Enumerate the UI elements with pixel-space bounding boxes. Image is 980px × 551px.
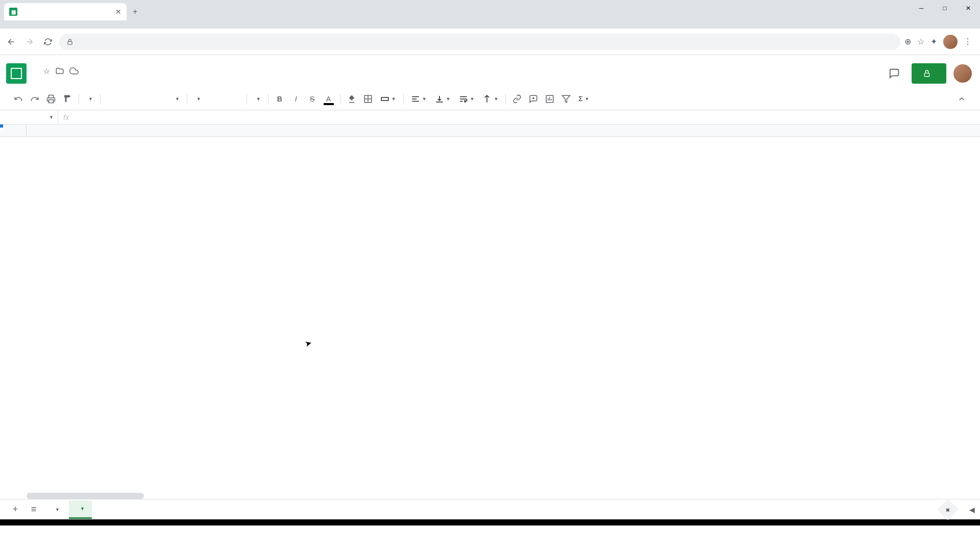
increase-decimal-button[interactable] [154, 92, 168, 106]
profile-avatar[interactable] [943, 35, 958, 49]
comments-button[interactable] [884, 63, 904, 84]
link-button[interactable] [510, 92, 524, 106]
star-icon[interactable]: ☆ [43, 66, 50, 76]
bold-button[interactable]: B [273, 92, 287, 106]
spreadsheet-grid[interactable]: ➤ [0, 124, 980, 499]
functions-button[interactable]: Σ▼ [575, 95, 592, 103]
menu-bar [32, 77, 879, 81]
strikethrough-button[interactable]: S [305, 92, 320, 106]
print-button[interactable] [44, 92, 58, 106]
chevron-down-icon: ▼ [494, 96, 498, 102]
italic-button[interactable]: I [289, 92, 303, 106]
cloud-status-icon[interactable] [69, 66, 79, 76]
all-sheets-button[interactable]: ≡ [26, 502, 42, 518]
currency-button[interactable] [105, 92, 119, 106]
browser-tab[interactable]: ▦ ✕ [4, 3, 127, 20]
cells-area[interactable] [27, 137, 980, 499]
font-size-select[interactable]: ▼ [251, 96, 264, 102]
merge-button[interactable]: ▼ [377, 94, 399, 104]
chevron-down-icon: ▼ [470, 96, 475, 102]
menu-file[interactable] [32, 77, 39, 81]
window-controls: ─ □ ✕ [910, 0, 980, 16]
column-headers [27, 124, 980, 137]
toolbar: ▼ ▼ ▼ ▼ B I S A ▼ ▼ ▼ ▼ ▼ Σ▼ [0, 88, 980, 110]
menu-addons[interactable] [89, 77, 96, 81]
side-panel-button[interactable]: ◀ [969, 506, 975, 514]
browser-menu-icon[interactable]: ⋮ [964, 37, 972, 46]
svg-rect-2 [49, 99, 54, 103]
new-tab-button[interactable]: + [127, 3, 143, 20]
h-align-button[interactable]: ▼ [408, 94, 430, 104]
taskbar [0, 519, 980, 525]
chevron-down-icon: ▼ [584, 96, 589, 102]
decrease-decimal-button[interactable] [137, 92, 152, 106]
menu-edit[interactable] [40, 77, 47, 81]
share-button[interactable] [912, 63, 946, 84]
filter-button[interactable] [559, 92, 573, 106]
last-edit-info[interactable] [105, 77, 113, 81]
chart-button[interactable] [543, 92, 557, 106]
browser-chrome: ─ □ ✕ ▦ ✕ + [0, 0, 980, 29]
chevron-down-icon: ▼ [422, 96, 427, 102]
v-align-button[interactable]: ▼ [432, 94, 454, 104]
text-rotate-button[interactable]: ▼ [479, 94, 501, 104]
document-title[interactable] [32, 70, 38, 72]
horizontal-scrollbar[interactable] [27, 493, 144, 499]
sheets-header: ☆ [0, 55, 980, 88]
maximize-button[interactable]: □ [933, 0, 957, 16]
zoom-icon[interactable]: ⊕ [904, 37, 911, 46]
sheet-tab-1[interactable]: ▼ [44, 500, 67, 519]
text-wrap-button[interactable]: ▼ [456, 94, 478, 104]
paint-format-button[interactable] [60, 92, 75, 106]
account-avatar[interactable] [953, 64, 972, 83]
fill-color-button[interactable] [345, 92, 359, 106]
svg-rect-1 [924, 73, 929, 77]
sheets-favicon-icon: ▦ [9, 8, 17, 16]
chevron-down-icon: ▼ [197, 96, 201, 102]
extension-icon[interactable]: ✦ [930, 37, 937, 46]
text-color-button[interactable]: A [322, 92, 336, 106]
add-sheet-button[interactable]: + [7, 502, 23, 518]
font-select[interactable]: ▼ [191, 96, 242, 102]
redo-button[interactable] [28, 92, 42, 106]
menu-data[interactable] [72, 77, 80, 81]
fx-icon: fx [58, 113, 75, 121]
close-tab-icon[interactable]: ✕ [115, 8, 121, 16]
move-folder-icon[interactable] [55, 66, 64, 76]
bookmark-star-icon[interactable]: ☆ [917, 37, 924, 46]
borders-button[interactable] [361, 92, 375, 106]
menu-help[interactable] [97, 77, 104, 81]
svg-rect-6 [381, 97, 388, 101]
select-all-corner[interactable] [0, 124, 27, 137]
menu-tools[interactable] [81, 77, 88, 81]
lock-icon [66, 38, 74, 45]
sheet-tab-2[interactable]: ▼ [69, 500, 92, 519]
zoom-select[interactable]: ▼ [83, 96, 96, 102]
formula-bar-row: ▼ fx [0, 110, 980, 124]
chevron-down-icon: ▼ [256, 96, 261, 102]
close-window-button[interactable]: ✕ [957, 0, 980, 16]
percent-button[interactable] [121, 92, 135, 106]
sheets-logo-icon[interactable] [6, 63, 27, 84]
undo-button[interactable] [11, 92, 26, 106]
url-bar[interactable] [59, 34, 900, 50]
explore-button[interactable]: ✦ [937, 498, 959, 520]
chevron-down-icon: ▼ [55, 507, 60, 512]
back-button[interactable] [4, 35, 18, 49]
number-format-select[interactable]: ▼ [170, 96, 183, 102]
chevron-down-icon: ▼ [49, 115, 54, 120]
reload-button[interactable] [41, 35, 55, 49]
chevron-down-icon: ▼ [391, 96, 396, 102]
menu-format[interactable] [64, 77, 71, 81]
minimize-button[interactable]: ─ [910, 0, 933, 16]
svg-rect-0 [68, 41, 72, 44]
chevron-down-icon: ▼ [80, 506, 85, 511]
forward-button[interactable] [22, 35, 37, 49]
chevron-down-icon: ▼ [175, 96, 180, 102]
menu-view[interactable] [48, 77, 55, 81]
collapse-toolbar-button[interactable] [954, 92, 969, 106]
name-box[interactable]: ▼ [0, 110, 58, 124]
menu-insert[interactable] [56, 77, 63, 81]
address-bar: ⊕ ☆ ✦ ⋮ [0, 29, 980, 55]
comment-button[interactable] [526, 92, 541, 106]
